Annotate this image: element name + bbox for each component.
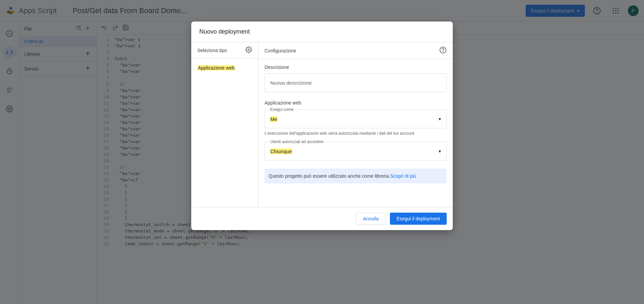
select-type-label: Seleziona tipo <box>197 48 227 53</box>
svg-point-21 <box>443 51 443 52</box>
description-input[interactable] <box>265 73 447 92</box>
chevron-down-icon: ▾ <box>439 116 441 122</box>
dialog-right-panel: Configurazione Descrizione Applicazione … <box>258 42 453 207</box>
help-icon[interactable] <box>439 46 447 55</box>
gear-icon[interactable] <box>245 46 252 54</box>
modal-overlay: Nuovo deployment Seleziona tipo Applicaz… <box>0 0 644 304</box>
chevron-down-icon: ▾ <box>439 148 441 154</box>
execute-as-helper: L'esecuzione dell'applicazione web verrà… <box>265 131 447 136</box>
access-float-label: Utenti autorizzati ad accedere <box>269 139 325 144</box>
dialog-title: Nuovo deployment <box>191 21 453 42</box>
execute-as-select[interactable]: Esegui come Me ▾ <box>265 110 447 128</box>
description-label: Descrizione <box>265 64 447 70</box>
cancel-button[interactable]: Annulla <box>356 213 386 225</box>
dialog-body: Seleziona tipo Applicazione web Configur… <box>191 42 453 207</box>
access-value: Chiunque <box>270 148 292 154</box>
info-text: Questo progetto può essere utilizzato an… <box>269 173 390 179</box>
execute-as-value: Me <box>270 116 277 122</box>
deployment-dialog: Nuovo deployment Seleziona tipo Applicaz… <box>191 21 453 230</box>
learn-more-link[interactable]: Scopri di più <box>390 173 416 179</box>
configuration-header: Configurazione <box>258 42 453 59</box>
dialog-footer: Annulla Esegui il deployment <box>191 207 453 230</box>
select-type-header: Seleziona tipo <box>191 42 258 58</box>
library-info-box: Questo progetto può essere utilizzato an… <box>265 169 447 183</box>
config-body: Descrizione Applicazione web Esegui come… <box>258 59 453 189</box>
type-item-label: Applicazione web <box>198 65 235 71</box>
webapp-section-label: Applicazione web <box>265 100 447 105</box>
deploy-button[interactable]: Esegui il deployment <box>390 213 447 225</box>
dialog-left-panel: Seleziona tipo Applicazione web <box>191 42 258 207</box>
configuration-label: Configurazione <box>265 48 296 53</box>
svg-point-19 <box>248 49 250 51</box>
access-select[interactable]: Utenti autorizzati ad accedere Chiunque … <box>265 142 447 161</box>
type-item-webapp[interactable]: Applicazione web <box>195 62 255 74</box>
execute-as-float-label: Esegui come <box>269 107 295 112</box>
